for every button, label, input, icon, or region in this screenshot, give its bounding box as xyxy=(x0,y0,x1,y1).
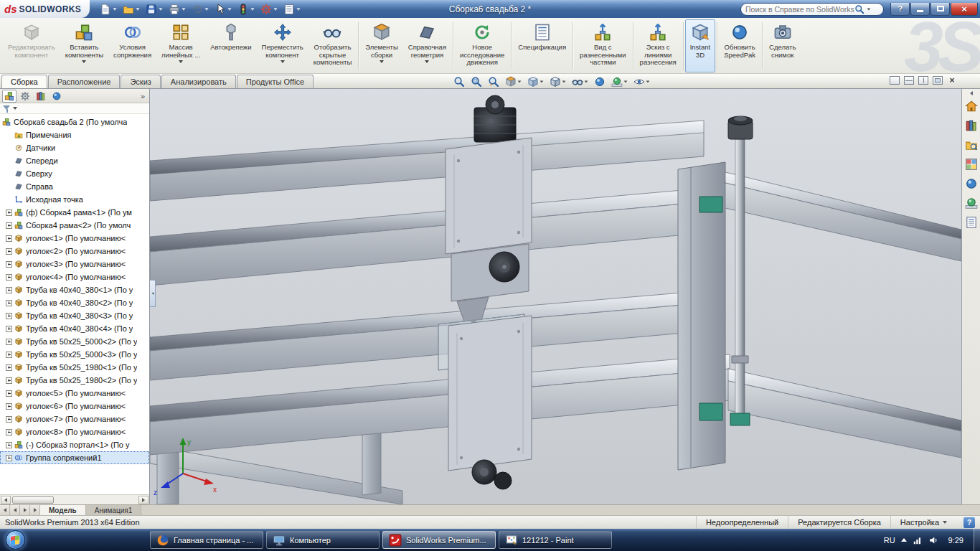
tree-item[interactable]: уголок<2> (По умолчанию< xyxy=(0,245,149,258)
zoom-area-button[interactable] xyxy=(469,75,484,88)
rod-base-block[interactable] xyxy=(730,413,750,425)
assembly-features-button[interactable]: Элементы сборки xyxy=(360,19,403,72)
panel-chevron[interactable]: » xyxy=(141,92,147,100)
doc-tab[interactable]: Анимация1 xyxy=(86,505,142,515)
expand-plus-icon[interactable] xyxy=(6,313,12,319)
design-library-button[interactable] xyxy=(964,118,979,133)
tree-item[interactable]: Труба кв 50x25_1980<1> (По у xyxy=(0,361,149,374)
tab-scroll-last-button[interactable] xyxy=(30,505,40,515)
tree-item[interactable]: уголок<3> (По умолчанию< xyxy=(0,258,149,270)
close-view-button[interactable]: × xyxy=(947,76,957,85)
expand-plus-icon[interactable] xyxy=(6,287,12,293)
tree-item[interactable]: уголок<1> (По умолчанию< xyxy=(0,232,149,245)
tree-item[interactable]: Труба кв 50x25_5000<3> (По у xyxy=(0,348,149,361)
panel-collapse-handle[interactable] xyxy=(150,280,156,307)
tab-scroll-left-button[interactable] xyxy=(10,505,20,515)
3d-scene[interactable]: y x z xyxy=(150,89,961,504)
open-button[interactable] xyxy=(121,2,142,17)
expand-plus-icon[interactable] xyxy=(6,209,12,216)
expand-plus-icon[interactable] xyxy=(6,442,12,448)
language-indicator[interactable]: RU xyxy=(884,536,895,545)
new-document-button[interactable] xyxy=(98,2,119,17)
move-component-button[interactable]: Переместить компонент xyxy=(257,19,308,72)
help-search-box[interactable] xyxy=(740,3,884,16)
tree-item[interactable]: Труба кв 50x25_1980<2> (По у xyxy=(0,374,149,387)
appearances-button[interactable] xyxy=(964,176,979,191)
previous-view-button[interactable] xyxy=(486,75,501,88)
section-view-button[interactable] xyxy=(504,75,523,88)
expand-plus-icon[interactable] xyxy=(6,274,12,281)
print-button[interactable] xyxy=(166,2,188,17)
scrollbar-thumb[interactable] xyxy=(12,496,54,504)
tree-item[interactable]: Труба кв 40x40_380<4> (По у xyxy=(0,322,149,335)
tab-scroll-first-button[interactable] xyxy=(0,505,10,515)
hide-show-items-button[interactable] xyxy=(570,75,590,88)
taskbar-button[interactable]: SolidWorks Premium... xyxy=(382,531,496,549)
taskbar-button[interactable]: Компьютер xyxy=(266,531,380,549)
minimize-button[interactable] xyxy=(910,3,930,16)
volume-icon[interactable] xyxy=(928,535,938,545)
instant-3d-button[interactable]: Instant 3D xyxy=(685,19,716,72)
insert-components-button[interactable]: Вставить компоненты xyxy=(60,19,108,72)
tree-item[interactable]: уголок<4> (По умолчанию< xyxy=(0,270,149,283)
expand-plus-icon[interactable] xyxy=(6,390,12,397)
tree-item[interactable]: Датчики xyxy=(0,141,149,154)
tree-item[interactable]: Спереди xyxy=(0,154,149,167)
show-hidden-components-button[interactable]: Отобразить скрытые компоненты xyxy=(308,19,357,72)
commandmanager-tab[interactable]: Анализировать xyxy=(161,75,236,88)
clamp-block-top[interactable] xyxy=(699,197,722,212)
display-style-button[interactable] xyxy=(548,75,567,88)
solidworks-resources-button[interactable] xyxy=(964,99,979,113)
help-button[interactable]: ? xyxy=(890,3,910,16)
expand-plus-icon[interactable] xyxy=(6,261,12,268)
mate-button[interactable]: Условия сопряжения xyxy=(108,19,156,72)
tree-item[interactable]: уголок<6> (По умолчанию< xyxy=(0,400,149,413)
status-item-2[interactable]: Настройка xyxy=(890,516,956,529)
expand-plus-icon[interactable] xyxy=(6,339,12,345)
edit-component-button[interactable]: Редактировать компонент xyxy=(3,19,60,72)
status-help-button[interactable]: ? xyxy=(963,517,975,528)
graphics-viewport[interactable]: y x z xyxy=(150,89,961,504)
expand-plus-icon[interactable] xyxy=(6,235,12,242)
taskbar-button[interactable]: Главная страница - ... xyxy=(150,531,263,549)
rebuild-button[interactable] xyxy=(235,2,257,17)
filter-caret-icon[interactable] xyxy=(13,107,17,110)
search-input[interactable] xyxy=(745,5,854,14)
exploded-view-button[interactable]: Вид с разнесенными частями xyxy=(575,19,631,72)
update-speedpak-button[interactable]: Обновить SpeedPak xyxy=(719,19,760,72)
clamp-block-bottom[interactable] xyxy=(699,403,722,420)
pane-split-horizontal-button[interactable] xyxy=(904,76,914,85)
expand-plus-icon[interactable] xyxy=(6,352,12,358)
expand-plus-icon[interactable] xyxy=(6,377,12,384)
smart-fasteners-button[interactable]: Автокрепежи xyxy=(205,19,256,72)
commandmanager-tab[interactable]: Продукты Office xyxy=(237,75,314,88)
reference-geometry-button[interactable]: Справочная геометрия xyxy=(403,19,451,72)
pane-previous-button[interactable] xyxy=(890,76,900,85)
take-snapshot-button[interactable]: Сделать снимок xyxy=(764,19,801,72)
bill-of-materials-button[interactable]: Спецификация xyxy=(513,19,571,72)
tree-item[interactable]: Сборка4 рама<2> (По умолч xyxy=(0,219,149,232)
tree-item[interactable]: (ф) Сборка4 рама<1> (По ум xyxy=(0,206,149,219)
task-pane-expand-button[interactable] xyxy=(970,91,973,95)
show-desktop-button[interactable] xyxy=(974,529,980,551)
tab-scroll-right-button[interactable] xyxy=(20,505,30,515)
doc-tab[interactable]: Модель xyxy=(40,505,86,515)
edit-appearance-button[interactable] xyxy=(593,75,607,88)
view-palette-button[interactable] xyxy=(964,157,979,171)
tree-item[interactable]: уголок<5> (По умолчанию< xyxy=(0,387,149,400)
commandmanager-tab[interactable]: Сборка xyxy=(1,75,47,88)
view-orientation-button[interactable] xyxy=(526,75,545,88)
file-properties-button[interactable] xyxy=(281,2,303,17)
configurationmanager-tab[interactable] xyxy=(34,90,48,103)
new-motion-study-button[interactable]: Новое исследование движения xyxy=(455,19,509,72)
displaymanager-tab[interactable] xyxy=(50,90,64,103)
maximize-button[interactable] xyxy=(930,3,950,16)
search-icon[interactable] xyxy=(854,4,864,14)
pane-full-button[interactable] xyxy=(933,76,943,85)
expand-plus-icon[interactable] xyxy=(6,364,12,371)
tree-item[interactable]: Группа сопряжений1 xyxy=(0,451,149,464)
close-button[interactable]: × xyxy=(951,3,978,16)
tree-item[interactable]: Сборка6 свадьба 2 (По умолча xyxy=(0,116,149,128)
tree-filter-bar[interactable] xyxy=(0,103,149,114)
tree-item[interactable]: уголок<8> (По умолчанию< xyxy=(0,425,149,438)
